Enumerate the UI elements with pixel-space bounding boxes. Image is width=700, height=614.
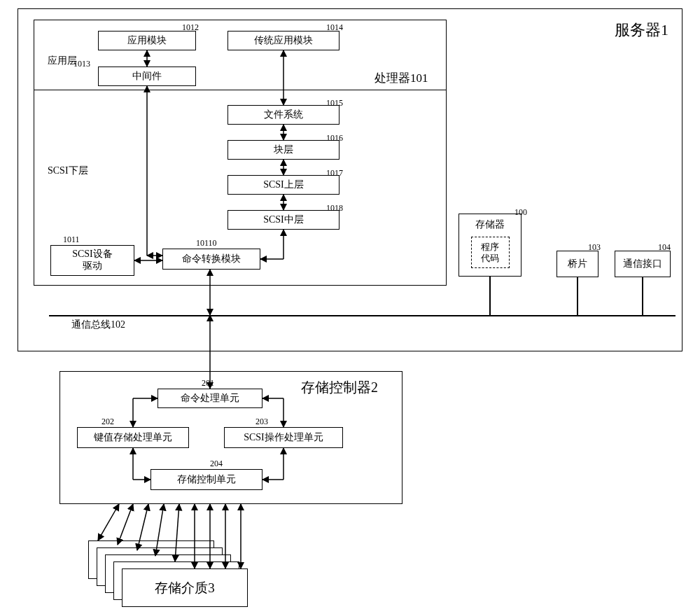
comm-interface-label: 通信接口 <box>623 258 662 270</box>
middleware-module: 中间件 <box>98 67 196 86</box>
diagram-canvas: 服务器1 处理器101 应用层 SCSI下层 应用模块 1012 中间件 101… <box>0 0 700 614</box>
file-system-module: 文件系统 <box>227 105 340 125</box>
legacy-app-label: 传统应用模块 <box>254 34 313 47</box>
comm-interface-module: 通信接口 <box>615 251 671 277</box>
file-system-label: 文件系统 <box>264 109 303 121</box>
middleware-id: 1013 <box>74 59 90 69</box>
scsi-upper-id: 1017 <box>326 168 343 179</box>
bus-line <box>49 315 676 316</box>
storage-media-card: 存储介质3 <box>122 568 248 607</box>
app-module: 应用模块 <box>98 31 196 50</box>
server-title: 服务器1 <box>615 20 668 41</box>
comm-interface-id: 104 <box>658 242 671 253</box>
memory-id: 100 <box>514 207 527 218</box>
bridge-id: 103 <box>588 242 601 253</box>
bus-label: 通信总线102 <box>71 319 125 331</box>
legacy-app-id: 1014 <box>326 22 343 33</box>
kv-storage-label: 键值存储处理单元 <box>94 431 172 444</box>
storage-control-unit-module: 存储控制单元 <box>150 469 262 490</box>
svg-line-25 <box>118 504 133 545</box>
cmd-conversion-id: 10110 <box>196 238 217 249</box>
kv-storage-module: 键值存储处理单元 <box>77 427 189 448</box>
scsi-op-label: SCSI操作处理单元 <box>244 431 323 444</box>
block-layer-id: 1016 <box>326 133 343 144</box>
processor-title: 处理器101 <box>374 70 428 86</box>
storage-control-unit-label: 存储控制单元 <box>177 473 236 486</box>
memory-module: 存储器 程序 代码 <box>458 214 522 277</box>
processor-divider <box>34 90 447 90</box>
memory-label: 存储器 <box>475 218 505 231</box>
app-module-label: 应用模块 <box>127 34 167 47</box>
bridge-module: 桥片 <box>556 251 598 277</box>
storage-controller-title: 存储控制器2 <box>301 378 378 397</box>
block-layer-module: 块层 <box>227 140 340 160</box>
middleware-label: 中间件 <box>132 70 162 83</box>
kv-storage-id: 202 <box>102 417 114 427</box>
program-code-box: 程序 代码 <box>471 237 510 268</box>
scsi-device-driver-id: 1011 <box>63 235 80 245</box>
app-layer-label: 应用层 <box>48 55 77 67</box>
storage-media-label: 存储介质3 <box>155 579 215 597</box>
cmd-processing-module: 命令处理单元 <box>158 389 262 408</box>
cmd-conversion-label: 命令转换模块 <box>182 253 241 265</box>
svg-line-24 <box>98 504 119 540</box>
cmd-conversion-module: 命令转换模块 <box>162 249 260 270</box>
scsi-op-module: SCSI操作处理单元 <box>224 427 343 448</box>
scsi-op-id: 203 <box>255 417 268 427</box>
scsi-device-driver-l2: 驱动 <box>83 260 102 272</box>
bridge-label: 桥片 <box>568 258 587 270</box>
app-module-id: 1012 <box>182 22 199 33</box>
file-system-id: 1015 <box>326 98 343 109</box>
block-layer-label: 块层 <box>274 144 293 156</box>
legacy-app-module: 传统应用模块 <box>227 31 340 50</box>
scsi-middle-label: SCSI中层 <box>263 214 304 226</box>
memory-inner-l2: 代码 <box>481 253 499 264</box>
scsi-device-driver-module: SCSI设备 驱动 <box>50 245 134 276</box>
storage-control-unit-id: 204 <box>210 459 223 469</box>
scsi-middle-id: 1018 <box>326 203 343 214</box>
cmd-processing-id: 201 <box>202 378 214 389</box>
scsi-device-driver-l1: SCSI设备 <box>72 249 113 260</box>
scsi-middle-module: SCSI中层 <box>227 210 340 230</box>
cmd-processing-label: 命令处理单元 <box>181 392 239 405</box>
scsi-upper-module: SCSI上层 <box>227 175 340 195</box>
memory-inner-l1: 程序 <box>481 242 499 253</box>
scsi-lower-label: SCSI下层 <box>48 165 88 177</box>
scsi-upper-label: SCSI上层 <box>263 179 304 191</box>
